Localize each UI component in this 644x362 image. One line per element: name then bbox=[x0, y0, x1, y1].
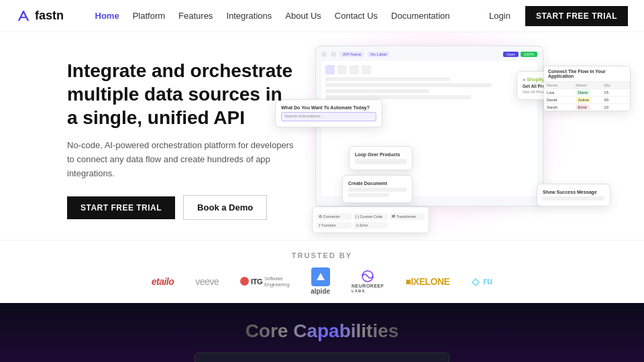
flow-card: ⚙ Connector { } Custom Code ⇄ Transforme… bbox=[312, 206, 429, 233]
logo-neuroreef: NEUROREEFLABS bbox=[352, 269, 384, 293]
logo[interactable]: fastn bbox=[16, 9, 64, 23]
nav-trial-button[interactable]: START FREE TRIAL bbox=[525, 6, 628, 26]
nav-links: Home Platform Features Integrations Abou… bbox=[95, 11, 450, 21]
row1-status: Done bbox=[576, 90, 599, 95]
core-mockup-bar: AI Agent API Name User 100 % bbox=[195, 353, 449, 362]
mockup-user-btn: User bbox=[503, 52, 519, 57]
start-trial-button[interactable]: START FREE TRIAL bbox=[67, 196, 175, 219]
create-doc-title: Create Document bbox=[348, 181, 407, 186]
logo-alpide: alpide bbox=[311, 267, 330, 295]
nav-features[interactable]: Features bbox=[178, 11, 213, 21]
create-doc-card: Create Document bbox=[342, 175, 413, 203]
brand-name: fastn bbox=[35, 9, 64, 23]
table-row-3: Sarah Error 10 bbox=[544, 103, 630, 111]
loop-card: Loop Over Products bbox=[349, 146, 413, 170]
hero-actions: START FREE TRIAL Book a Demo bbox=[67, 195, 295, 220]
nav-actions: Login START FREE TRIAL bbox=[481, 6, 628, 26]
flow-custom-code: { } Custom Code bbox=[354, 213, 388, 220]
table-row-1: Lisa Done 15 bbox=[544, 88, 630, 96]
table-head: Name Status Qty bbox=[544, 82, 630, 88]
success-title: Show Success Message bbox=[543, 190, 604, 194]
alpide-icon bbox=[311, 267, 330, 286]
nav-docs[interactable]: Documentation bbox=[391, 11, 449, 21]
table-row-2: David Active 30 bbox=[544, 96, 630, 103]
mockup-user-tag: No Label bbox=[368, 52, 389, 57]
flow-error: ⚠ Error bbox=[354, 222, 388, 229]
flow-connector: ⚙ Connector bbox=[317, 213, 352, 220]
flow-transformer: ⇄ Transformer bbox=[390, 213, 425, 220]
hero-mockup: API Name No Label User 100% bbox=[275, 46, 631, 240]
flow-grid: ⚙ Connector { } Custom Code ⇄ Transforme… bbox=[317, 213, 425, 229]
hero-section: Integrate and orchestrate multiple data … bbox=[0, 32, 644, 240]
nav-platform[interactable]: Platform bbox=[133, 11, 165, 21]
table-col-qty: Qty bbox=[604, 83, 627, 87]
login-button[interactable]: Login bbox=[481, 7, 519, 25]
row3-status: Error bbox=[576, 105, 599, 109]
mockup-api-tag: API Name bbox=[340, 52, 364, 57]
loop-title: Loop Over Products bbox=[355, 152, 407, 157]
prompt-card-title: What Do You Want To Automate Today? bbox=[281, 105, 376, 110]
table-card: Connect The Flow In Your Application Nam… bbox=[543, 66, 631, 111]
logo-icon bbox=[16, 9, 31, 23]
mockup-topbar: API Name No Label User 100% bbox=[321, 52, 537, 57]
flow-function: ƒ Function bbox=[317, 222, 352, 229]
hero-subtitle: No-code, AI-powered orchestration platfo… bbox=[67, 139, 295, 180]
logo-veeve: veeve bbox=[195, 276, 219, 287]
prompt-input-fake: Search Automations ... bbox=[281, 112, 376, 121]
mockup-pct-btn: 100% bbox=[521, 52, 537, 57]
table-col-name: Name bbox=[547, 83, 570, 87]
logo-etailo: etailo bbox=[152, 276, 174, 287]
logo-itg: ITG SoftwareEngineering bbox=[240, 276, 289, 288]
row3-qty: 10 bbox=[604, 105, 627, 109]
core-section: Core Capabilities AI Agent API Name User… bbox=[0, 303, 644, 362]
hero-title: Integrate and orchestrate multiple data … bbox=[67, 59, 295, 129]
logo-rui: ru bbox=[471, 276, 492, 286]
core-title: Core Capabilities bbox=[246, 320, 399, 342]
nav-integrations[interactable]: Integrations bbox=[226, 11, 272, 21]
trusted-section: TRUSTED BY etailo veeve ITG SoftwareEngi… bbox=[0, 240, 644, 303]
row1-name: Lisa bbox=[547, 90, 570, 95]
nav-home[interactable]: Home bbox=[95, 11, 119, 21]
row1-qty: 15 bbox=[604, 90, 627, 95]
hero-left: Integrate and orchestrate multiple data … bbox=[67, 52, 295, 220]
book-demo-button[interactable]: Book a Demo bbox=[183, 195, 267, 220]
trusted-heading: TRUSTED BY bbox=[0, 251, 644, 259]
row3-name: Sarah bbox=[547, 105, 570, 109]
row2-status: Active bbox=[576, 98, 599, 102]
row2-qty: 30 bbox=[604, 98, 627, 102]
logo-pixelone: ■IXELONE bbox=[406, 276, 450, 287]
success-card: Show Success Message bbox=[537, 184, 610, 206]
nav-contact[interactable]: Contact Us bbox=[335, 11, 378, 21]
table-card-title: Connect The Flow In Your Application bbox=[544, 66, 630, 82]
navbar: fastn Home Platform Features Integration… bbox=[0, 0, 644, 32]
row2-name: David bbox=[547, 98, 570, 102]
trusted-logos: etailo veeve ITG SoftwareEngineering alp… bbox=[0, 267, 644, 295]
table-col-status: Status bbox=[576, 83, 599, 87]
nav-about[interactable]: About Us bbox=[285, 11, 321, 21]
